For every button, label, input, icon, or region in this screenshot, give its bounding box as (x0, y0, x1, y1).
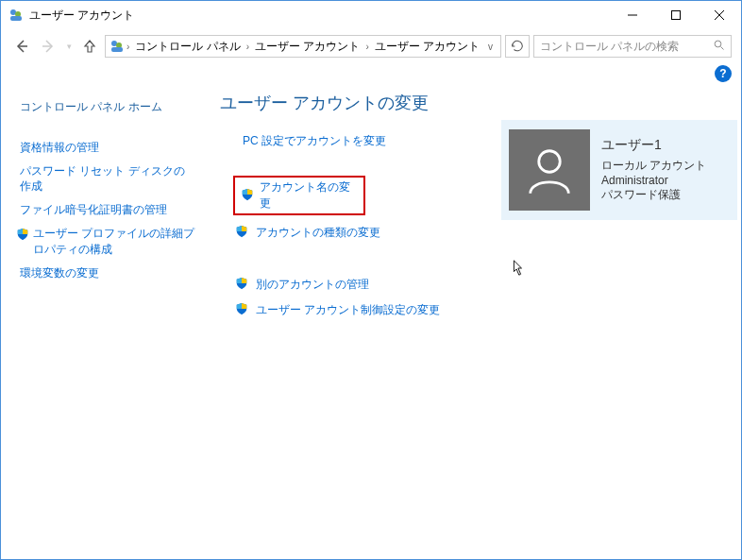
svg-line-13 (721, 46, 724, 49)
sidebar-item-profile-props[interactable]: ユーザー プロファイルの詳細プロパティの構成 (33, 226, 195, 258)
breadcrumb-item[interactable]: ユーザー アカウント (371, 39, 483, 55)
recent-dropdown[interactable]: ▾ (63, 35, 75, 58)
svg-rect-2 (10, 16, 22, 21)
sidebar-home[interactable]: コントロール パネル ホーム (20, 99, 192, 115)
breadcrumb-item[interactable]: コントロール パネル (131, 39, 244, 55)
sidebar-item-env-vars[interactable]: 環境変数の変更 (20, 265, 192, 281)
svg-rect-4 (672, 11, 681, 20)
shield-icon (235, 225, 248, 241)
search-placeholder: コントロール パネルの検索 (540, 39, 714, 55)
user-type: ローカル アカウント (601, 158, 706, 174)
user-accounts-icon (8, 8, 24, 23)
avatar (509, 129, 590, 211)
svg-point-14 (539, 151, 561, 173)
help-button[interactable]: ? (715, 65, 732, 82)
sidebar-item-file-encrypt[interactable]: ファイル暗号化証明書の管理 (20, 202, 192, 218)
sidebar-item-password-reset[interactable]: パスワード リセット ディスクの作成 (20, 163, 192, 195)
user-role: Administrator (601, 174, 706, 187)
user-card: ユーザー1 ローカル アカウント Administrator パスワード保護 (501, 120, 737, 220)
minimize-button[interactable] (611, 1, 654, 29)
link-uac-settings[interactable]: ユーザー アカウント制御設定の変更 (256, 302, 440, 318)
link-manage-other[interactable]: 別のアカウントの管理 (256, 277, 369, 293)
back-button[interactable] (10, 35, 33, 58)
highlighted-option: アカウント名の変更 (233, 176, 365, 215)
shield-icon (235, 277, 248, 293)
shield-icon (16, 228, 29, 245)
user-accounts-icon (110, 39, 125, 54)
forward-button[interactable] (37, 35, 59, 58)
search-icon (714, 40, 725, 54)
user-password-status: パスワード保護 (601, 187, 706, 203)
link-pc-settings[interactable]: PC 設定でアカウントを変更 (243, 133, 386, 149)
search-input[interactable]: コントロール パネルの検索 (533, 35, 732, 58)
close-button[interactable] (698, 1, 741, 29)
chevron-down-icon[interactable]: v (488, 42, 497, 52)
page-title: ユーザー アカウントの変更 (220, 92, 726, 114)
window-title: ユーザー アカウント (29, 8, 134, 24)
svg-point-12 (715, 41, 721, 47)
chevron-right-icon: › (365, 42, 368, 52)
refresh-button[interactable] (505, 35, 530, 58)
breadcrumb[interactable]: › コントロール パネル › ユーザー アカウント › ユーザー アカウント v (105, 35, 501, 58)
shield-icon (241, 188, 254, 204)
sidebar-item-credentials[interactable]: 資格情報の管理 (20, 140, 192, 156)
chevron-right-icon: › (246, 42, 249, 52)
link-change-name[interactable]: アカウント名の変更 (260, 179, 358, 212)
link-change-type[interactable]: アカウントの種類の変更 (256, 225, 380, 241)
svg-rect-11 (111, 47, 123, 52)
breadcrumb-item[interactable]: ユーザー アカウント (251, 39, 363, 55)
shield-icon (235, 302, 248, 318)
user-name: ユーザー1 (601, 137, 706, 154)
maximize-button[interactable] (654, 1, 698, 29)
chevron-right-icon: › (126, 42, 129, 52)
up-button[interactable] (78, 35, 101, 58)
